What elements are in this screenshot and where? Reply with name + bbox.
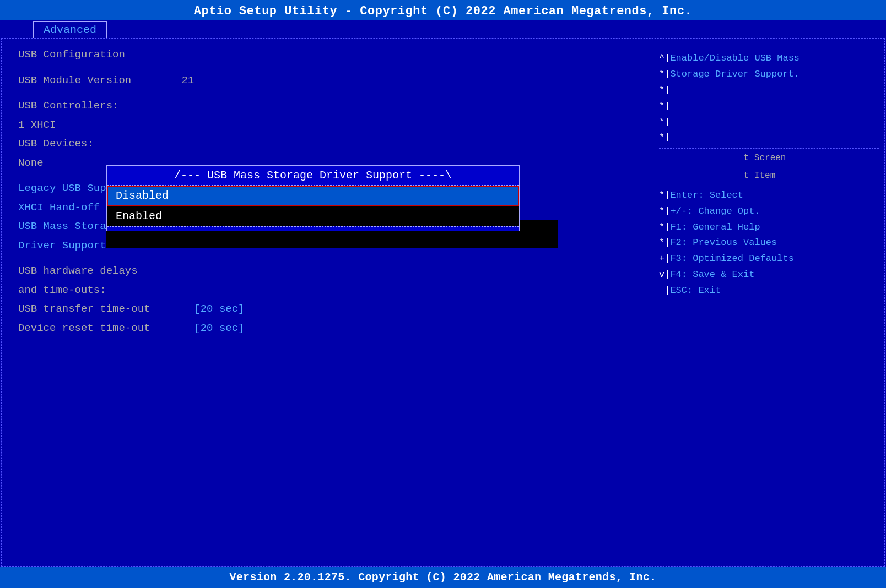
and-timeouts: and time-outs: <box>13 281 642 300</box>
popup-option-disabled[interactable]: Disabled <box>107 186 519 206</box>
help-text: ^|Enable/Disable USB Mass *|Storage Driv… <box>659 45 879 299</box>
footer-text: Version 2.20.1275. Copyright (C) 2022 Am… <box>229 571 656 584</box>
usb-controllers-value: 1 XHCI <box>13 116 642 135</box>
usb-controllers-label: USB Controllers: <box>13 96 642 116</box>
device-reset-timeout[interactable]: Device reset time-out [20 sec] <box>13 319 642 338</box>
tab-bar: Advanced <box>0 20 886 38</box>
tab-advanced[interactable]: Advanced <box>33 21 107 38</box>
bios-screen: Aptio Setup Utility - Copyright (C) 2022… <box>0 0 886 588</box>
popup-title: /--- USB Mass Storage Driver Support ---… <box>107 166 519 186</box>
right-panel: ^|Enable/Disable USB Mass *|Storage Driv… <box>653 43 884 562</box>
usb-devices-label: USB Devices: <box>13 134 642 154</box>
usb-module-version: USB Module Version 21 <box>13 71 642 90</box>
header-bar: Aptio Setup Utility - Copyright (C) 2022… <box>0 0 886 20</box>
popup-option-enabled[interactable]: Enabled <box>107 206 519 226</box>
header-title: Aptio Setup Utility - Copyright (C) 2022… <box>194 4 692 18</box>
main-content: USB Configuration USB Module Version 21 … <box>1 38 885 567</box>
popup-dialog: /--- USB Mass Storage Driver Support ---… <box>106 165 520 231</box>
footer-bar: Version 2.20.1275. Copyright (C) 2022 Am… <box>0 567 886 588</box>
usb-configuration-label: USB Configuration <box>13 45 642 64</box>
popup-bottom-border <box>107 226 519 231</box>
usb-hardware-delays: USB hardware delays <box>13 262 642 281</box>
popup-box: /--- USB Mass Storage Driver Support ---… <box>106 165 520 231</box>
left-panel: USB Configuration USB Module Version 21 … <box>2 43 653 562</box>
usb-transfer-timeout[interactable]: USB transfer time-out [20 sec] <box>13 300 642 319</box>
